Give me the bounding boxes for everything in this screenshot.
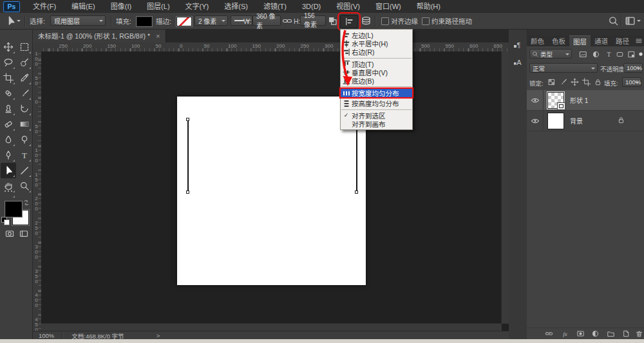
- tool-lasso[interactable]: [1, 55, 16, 70]
- adjustment-filter-icon[interactable]: [592, 50, 600, 59]
- align-edges-checkbox[interactable]: [381, 17, 389, 25]
- menu-10[interactable]: 帮助(H): [409, 3, 448, 10]
- tool-dodge[interactable]: [17, 132, 32, 147]
- foreground-color-swatch[interactable]: [5, 201, 22, 217]
- delete-layer-icon[interactable]: [635, 329, 643, 338]
- tool-quick-select[interactable]: [17, 55, 32, 70]
- menu-5[interactable]: 选择(S): [216, 3, 256, 10]
- more-tools-ellipsis-icon[interactable]: [1, 183, 16, 199]
- link-wh-icon[interactable]: [282, 15, 292, 26]
- vertical-scrollbar[interactable]: [501, 51, 509, 324]
- tool-pen[interactable]: [1, 147, 16, 163]
- select-mode-dropdown[interactable]: 现用图层: [50, 15, 106, 26]
- lock-position-icon[interactable]: [571, 78, 579, 86]
- layer-name[interactable]: 背景: [570, 116, 583, 125]
- tool-healing[interactable]: [1, 86, 16, 101]
- panel-tab-1[interactable]: 色板: [548, 35, 569, 46]
- tool-line[interactable]: [17, 163, 32, 178]
- tool-brush[interactable]: [17, 86, 32, 101]
- screen-mode-icon[interactable]: [17, 228, 30, 239]
- character-panel-icon[interactable]: A: [510, 55, 526, 69]
- filter-type-dropdown[interactable]: 类型: [529, 49, 572, 59]
- menu-8[interactable]: 视图(V): [328, 3, 368, 10]
- menu-1[interactable]: 编辑(E): [64, 3, 103, 10]
- visibility-toggle[interactable]: [527, 111, 544, 131]
- path-operations-icon[interactable]: [327, 15, 338, 26]
- tool-gradient[interactable]: [17, 116, 32, 132]
- tool-history-brush[interactable]: [17, 101, 32, 116]
- fill-color-swatch[interactable]: [137, 17, 152, 26]
- swap-colors-icon[interactable]: [23, 199, 30, 207]
- lock-frame-icon[interactable]: [582, 78, 591, 86]
- menu-0[interactable]: 文件(F): [25, 3, 64, 10]
- visibility-toggle[interactable]: [527, 90, 544, 110]
- adjustment-layer-icon[interactable]: [591, 329, 600, 338]
- layer-thumbnail[interactable]: [547, 92, 564, 109]
- document-tab[interactable]: 未标题-1 @ 100% (形状 1, RGB/8#) * ×: [32, 29, 166, 42]
- menu-6[interactable]: 滤镜(T): [256, 3, 294, 10]
- tool-blur[interactable]: [1, 132, 16, 147]
- search-icon[interactable]: [608, 15, 619, 26]
- panel-tab-2[interactable]: 图层: [569, 35, 591, 46]
- menu-9[interactable]: 窗口(W): [368, 3, 409, 10]
- hamburger-icon[interactable]: [634, 37, 644, 45]
- menu-3[interactable]: 图层(L): [139, 3, 177, 10]
- menu-7[interactable]: 3D(D): [294, 3, 328, 10]
- lock-transparent-icon[interactable]: [547, 78, 556, 86]
- menu-item-8[interactable]: 按宽度均匀分布: [341, 89, 412, 97]
- stroke-color-swatch[interactable]: [176, 17, 192, 26]
- quick-mask-icon[interactable]: [3, 228, 16, 239]
- tool-crop[interactable]: [1, 70, 16, 86]
- default-colors-icon[interactable]: [1, 217, 9, 225]
- tool-eyedropper[interactable]: [17, 70, 32, 86]
- tool-eraser[interactable]: [1, 116, 16, 132]
- layer-row-shape1[interactable]: 形状 1: [527, 90, 644, 111]
- smart-object-filter-icon[interactable]: [627, 50, 636, 59]
- opacity-dropdown[interactable]: 100%: [623, 63, 643, 73]
- menu-item-9[interactable]: 按高度均匀分布: [341, 99, 412, 107]
- shape-line[interactable]: [187, 119, 189, 192]
- new-layer-icon[interactable]: [621, 329, 630, 338]
- menu-item-11[interactable]: ✓对齐到选区: [341, 111, 412, 120]
- shape-height-input[interactable]: 156 像素: [300, 15, 326, 26]
- link-layers-icon[interactable]: [545, 329, 553, 338]
- menu-item-4[interactable]: 顶边(T): [341, 60, 412, 68]
- pixel-filter-icon[interactable]: [579, 50, 587, 59]
- layer-name[interactable]: 形状 1: [570, 95, 588, 105]
- anchor-handle[interactable]: [186, 190, 189, 194]
- layer-mask-icon[interactable]: [576, 329, 585, 338]
- panel-tab-4[interactable]: 路径: [612, 35, 633, 46]
- group-icon[interactable]: [607, 329, 615, 338]
- close-tab-icon[interactable]: ×: [156, 32, 160, 40]
- tool-zoom[interactable]: [17, 178, 32, 194]
- lock-paint-icon[interactable]: [559, 78, 567, 86]
- menu-item-6[interactable]: 底边(B): [341, 77, 412, 85]
- tool-type[interactable]: T: [17, 147, 32, 163]
- fill-amount-dropdown[interactable]: 100%: [622, 77, 641, 87]
- menu-item-12[interactable]: 对齐到画布: [341, 120, 412, 128]
- panel-tab-3[interactable]: 通道: [591, 35, 612, 46]
- lock-all-icon[interactable]: [594, 78, 602, 86]
- shape-line[interactable]: [356, 119, 357, 192]
- layer-thumbnail[interactable]: [547, 113, 564, 129]
- path-arrange-icon[interactable]: [361, 15, 372, 26]
- zoom-level[interactable]: 100%: [32, 332, 62, 339]
- paragraph-panel-icon[interactable]: ¶: [510, 38, 526, 52]
- menu-item-2[interactable]: 右边(R): [341, 48, 412, 56]
- menu-4[interactable]: 文字(Y): [178, 3, 217, 10]
- panel-tab-0[interactable]: 颜色: [527, 35, 548, 46]
- constrain-path-drag-checkbox[interactable]: [422, 17, 430, 25]
- tool-stamp[interactable]: [1, 101, 16, 116]
- tool-path-select[interactable]: [1, 163, 16, 178]
- blend-mode-dropdown[interactable]: 正常: [529, 63, 598, 73]
- stroke-width-dropdown[interactable]: 2 像素: [194, 15, 228, 26]
- layer-style-icon[interactable]: fx: [561, 329, 569, 338]
- current-tool-icon[interactable]: [5, 15, 16, 26]
- menu-2[interactable]: 图像(I): [103, 3, 139, 10]
- tool-marquee[interactable]: [17, 39, 32, 55]
- type-filter-icon[interactable]: T: [605, 50, 613, 59]
- layer-row-background[interactable]: 背景: [527, 111, 644, 131]
- tool-preset-chevron-icon[interactable]: [17, 20, 21, 24]
- filter-toggle-icon[interactable]: [638, 51, 644, 57]
- anchor-handle[interactable]: [186, 118, 189, 121]
